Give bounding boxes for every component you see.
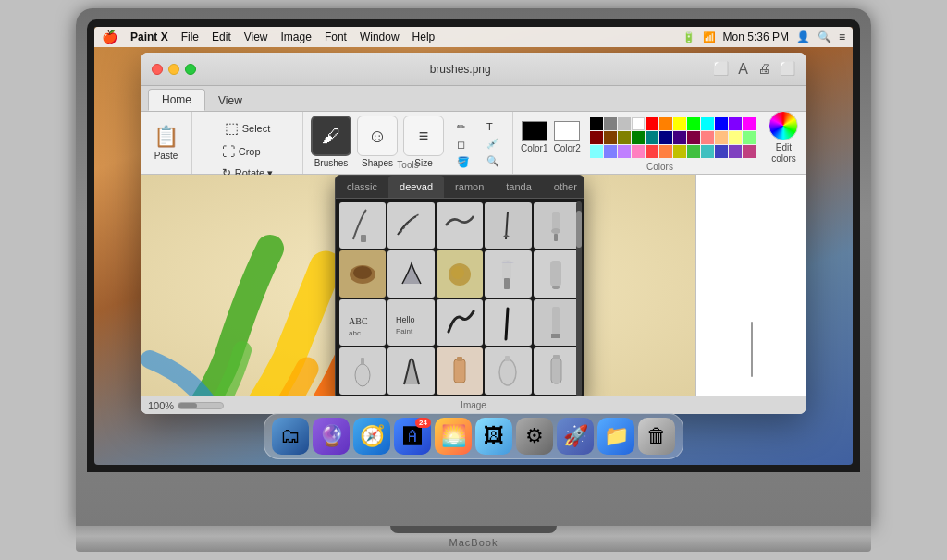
color-cell[interactable] <box>743 117 756 130</box>
apple-menu[interactable]: 🍎 <box>102 30 117 44</box>
color-cell[interactable] <box>715 145 728 158</box>
menubar-control[interactable]: ≡ <box>839 30 845 43</box>
brush-cell-11[interactable]: HelloPaint <box>387 299 434 346</box>
image-menu[interactable]: Image <box>281 30 312 43</box>
color-cell[interactable] <box>729 117 742 130</box>
color-cell[interactable] <box>701 117 714 130</box>
color1-box[interactable] <box>522 121 547 141</box>
brushes-scrollbar[interactable] <box>576 201 582 396</box>
brush-cell-8[interactable] <box>485 250 531 297</box>
window-icon-4[interactable]: ⬜ <box>780 61 795 78</box>
brush-cell-12[interactable] <box>437 299 483 346</box>
help-menu[interactable]: Help <box>412 30 436 43</box>
dock-icon-settings[interactable]: ⚙ <box>516 418 553 455</box>
select-button[interactable]: ⬚ Select <box>216 117 278 139</box>
brushes-scroll-thumb[interactable] <box>576 211 582 248</box>
brush-cell-9[interactable] <box>534 250 580 297</box>
brush-cell-3[interactable] <box>485 202 531 249</box>
color-cell[interactable] <box>715 117 728 130</box>
brush-cell-1[interactable] <box>387 202 434 249</box>
brush-cell-7[interactable] <box>437 250 483 297</box>
zoom-slider[interactable] <box>178 402 224 409</box>
dock-icon-folder[interactable]: 📁 <box>597 418 634 455</box>
window-icon-1[interactable]: ⬜ <box>713 61 729 78</box>
brush-tab-classic[interactable]: classic <box>336 176 388 198</box>
dock-icon-siri[interactable]: 🔮 <box>313 418 350 455</box>
brush-cell-13[interactable] <box>485 299 531 346</box>
brush-cell-6[interactable] <box>387 250 434 297</box>
tab-view[interactable]: View <box>205 91 255 111</box>
maximize-button[interactable] <box>185 64 196 75</box>
color-cell[interactable] <box>673 145 686 158</box>
size-button[interactable]: ≡ <box>403 116 444 156</box>
color-wheel-button[interactable] <box>769 111 798 140</box>
color-cell[interactable] <box>729 145 742 158</box>
close-button[interactable] <box>152 64 163 75</box>
window-menu[interactable]: Window <box>360 30 400 43</box>
color-cell[interactable] <box>715 131 728 144</box>
edit-menu[interactable]: Edit <box>212 30 231 43</box>
minimize-button[interactable] <box>168 64 179 75</box>
dock-icon-safari[interactable]: 🧭 <box>353 418 390 455</box>
color-cell[interactable] <box>701 131 714 144</box>
brush-cell-0[interactable] <box>339 202 386 249</box>
dock-icon-photos[interactable]: 🌅 <box>435 418 472 455</box>
paste-button[interactable]: 📋 Paste <box>148 121 184 164</box>
color-cell[interactable] <box>618 117 631 130</box>
color-cell[interactable] <box>687 131 700 144</box>
shapes-button[interactable]: ☺ <box>357 116 398 156</box>
tab-home[interactable]: Home <box>148 89 205 111</box>
color-cell[interactable] <box>687 117 700 130</box>
color-cell[interactable] <box>673 131 686 144</box>
pencil-button[interactable]: ✏ <box>451 119 475 135</box>
color-cell[interactable] <box>729 131 742 144</box>
color-cell[interactable] <box>632 145 645 158</box>
color-cell[interactable] <box>659 145 672 158</box>
brush-tab-other[interactable]: other <box>543 176 584 198</box>
dock-icon-launchpad[interactable]: 🚀 <box>557 418 594 455</box>
brush-tab-ramon[interactable]: ramon <box>444 176 495 198</box>
brush-cell-2[interactable] <box>437 202 483 249</box>
color-cell[interactable] <box>673 117 686 130</box>
brush-cell-19[interactable] <box>534 347 580 394</box>
brush-cell-10[interactable]: ABCabc <box>339 299 386 346</box>
color-cell[interactable] <box>632 117 645 130</box>
color-cell[interactable] <box>604 131 617 144</box>
file-menu[interactable]: File <box>181 30 199 43</box>
color-cell[interactable] <box>659 131 672 144</box>
text-button[interactable]: T <box>481 119 505 134</box>
color-cell[interactable] <box>632 131 645 144</box>
brush-cell-14[interactable] <box>534 299 580 346</box>
zoom-button[interactable]: 🔍 <box>481 153 505 169</box>
color-cell[interactable] <box>646 117 658 130</box>
color-cell[interactable] <box>646 131 658 144</box>
color-cell[interactable] <box>618 131 631 144</box>
app-name-menu[interactable]: Paint X <box>130 30 168 43</box>
brush-cell-5[interactable] <box>339 250 386 297</box>
color-cell[interactable] <box>590 131 603 144</box>
color-cell[interactable] <box>618 145 631 158</box>
brush-cell-18[interactable] <box>485 347 531 394</box>
color-cell[interactable] <box>659 117 672 130</box>
window-icon-2[interactable]: A <box>738 61 748 78</box>
dock-icon-appstore[interactable]: 🅰 24 <box>394 418 431 455</box>
dock-icon-trash[interactable]: 🗑 <box>638 418 675 455</box>
color-cell[interactable] <box>590 145 603 158</box>
color-cell[interactable] <box>604 117 617 130</box>
eraser-button[interactable]: ◻ <box>451 137 475 152</box>
brush-cell-15[interactable] <box>339 347 386 394</box>
color-cell[interactable] <box>604 145 617 158</box>
brush-cell-4[interactable] <box>534 202 580 249</box>
brush-cell-16[interactable] <box>387 347 434 394</box>
brush-tab-deevad[interactable]: deevad <box>388 176 444 198</box>
brushes-button[interactable]: 🖌 <box>311 116 351 156</box>
color-cell[interactable] <box>743 145 756 158</box>
menubar-user[interactable]: 👤 <box>796 30 810 43</box>
brush-tab-tanda[interactable]: tanda <box>495 176 543 198</box>
color-cell[interactable] <box>687 145 700 158</box>
color-cell[interactable] <box>701 145 714 158</box>
color-cell[interactable] <box>590 117 603 130</box>
color-cell[interactable] <box>646 145 658 158</box>
dock-icon-finder[interactable]: 🗂 <box>272 418 309 455</box>
color-cell[interactable] <box>743 131 756 144</box>
